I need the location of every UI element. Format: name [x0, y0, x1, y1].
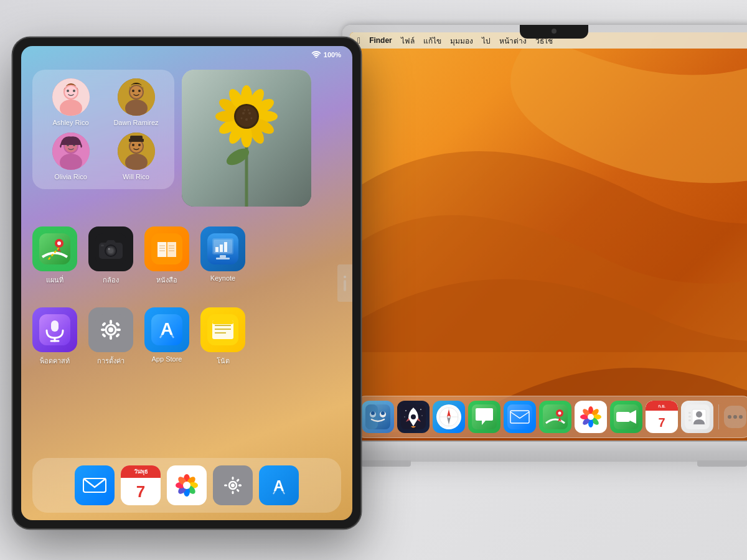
contact-name-will: Will Rico	[123, 173, 149, 180]
photo-widget[interactable]	[182, 70, 311, 207]
ipad-dock: วันพุธ 7	[32, 458, 341, 513]
app-books[interactable]: หนังสือ	[144, 226, 189, 286]
settings-icon-svg	[95, 314, 126, 345]
menubar-go[interactable]: ไป	[482, 35, 491, 47]
notes-icon	[200, 307, 245, 352]
app-notes[interactable]: โน้ต	[200, 307, 245, 366]
ipad-status-bar: 100%	[21, 46, 352, 63]
svg-point-45	[248, 112, 251, 114]
dock-appstore-icon[interactable]: A	[259, 465, 299, 505]
app-settings[interactable]: การตั้งค่า	[88, 307, 133, 366]
svg-point-131	[371, 411, 375, 415]
svg-point-11	[132, 90, 134, 92]
dock-maps-mac[interactable]	[539, 401, 571, 433]
dock-more[interactable]	[724, 406, 746, 428]
svg-point-46	[245, 118, 248, 121]
dock-messages[interactable]	[468, 401, 500, 433]
dock-settings-icon[interactable]	[213, 465, 253, 505]
svg-rect-170	[688, 419, 691, 421]
avatar-ashley	[52, 78, 90, 116]
svg-point-116	[231, 483, 235, 487]
podcasts-icon-svg	[39, 314, 70, 345]
dock-safari[interactable]	[433, 401, 465, 433]
app-maps[interactable]: แผนที่	[32, 226, 77, 286]
svg-point-153	[558, 412, 561, 415]
svg-rect-123	[236, 488, 240, 492]
contact-name-olivia: Olivia Rico	[54, 173, 87, 180]
appstore-icon-svg: A	[151, 314, 182, 345]
contacts-widget[interactable]: Ashley Rico	[32, 70, 174, 189]
app-row-2: พ็อดคาสท์	[32, 307, 245, 366]
svg-point-0	[315, 57, 317, 58]
battery-indicator: 100%	[324, 51, 341, 58]
svg-point-137	[420, 409, 421, 410]
macos-wallpaper	[350, 32, 747, 442]
books-icon-svg	[151, 233, 182, 264]
svg-point-174	[733, 415, 737, 419]
camera-icon	[88, 226, 133, 271]
svg-rect-88	[101, 329, 105, 331]
app-camera[interactable]: กล้อง	[88, 226, 133, 286]
dock-divider	[718, 404, 719, 429]
messages-icon-svg	[472, 404, 497, 429]
dock-finder[interactable]	[362, 401, 394, 433]
svg-rect-52	[39, 233, 70, 264]
app-label-settings: การตั้งค่า	[97, 355, 125, 366]
avatar-will	[118, 133, 155, 170]
photos-icon-svg	[173, 472, 200, 499]
svg-rect-168	[688, 412, 691, 414]
dock-contacts[interactable]	[681, 401, 713, 433]
contact-name-dawn: Dawn Ramirez	[113, 119, 158, 126]
dock-facetime[interactable]	[610, 401, 642, 433]
dock-settings-svg	[221, 474, 245, 497]
contacts-icon-svg	[685, 404, 710, 429]
macbook-bezel:  Finder ไฟล์ แก้ไข มุมมอง ไป หน้าต่าง ว…	[342, 25, 747, 442]
svg-rect-165	[616, 412, 630, 422]
finder-icon-svg	[365, 404, 390, 429]
app-label-maps: แผนที่	[46, 274, 63, 286]
calendar-header: วันพุธ	[121, 465, 161, 478]
svg-point-5	[67, 90, 69, 92]
wallpaper-svg	[350, 32, 747, 442]
app-podcasts[interactable]: พ็อดคาสท์	[32, 307, 77, 366]
books-icon	[144, 226, 189, 271]
keynote-icon-svg	[207, 233, 238, 264]
svg-point-135	[411, 414, 416, 419]
macbook-screen:  Finder ไฟล์ แก้ไข มุมมอง ไป หน้าต่าง ว…	[350, 32, 747, 442]
dock-calendar-mac[interactable]: ก.ย. 7	[646, 401, 678, 433]
menubar-view[interactable]: มุมมอง	[450, 35, 473, 47]
dock-launchpad[interactable]	[397, 401, 430, 433]
svg-rect-76	[224, 242, 227, 252]
menubar-file[interactable]: ไฟล์	[401, 35, 415, 47]
app-appstore[interactable]: A App Store	[144, 307, 189, 363]
svg-rect-169	[688, 416, 691, 418]
svg-point-138	[404, 416, 405, 418]
svg-point-133	[381, 411, 385, 415]
macbook-device:  Finder ไฟล์ แก้ไข มุมมอง ไป หน้าต่าง ว…	[342, 25, 747, 560]
contact-ashley[interactable]: Ashley Rico	[41, 78, 100, 126]
cal-mac-date-area: 7	[646, 413, 678, 431]
dock-calendar-icon[interactable]: วันพุธ 7	[121, 465, 161, 505]
contact-dawn[interactable]: Dawn Ramirez	[106, 78, 166, 126]
contact-will[interactable]: Will Rico	[106, 133, 166, 180]
dock-mail-icon[interactable]	[75, 465, 115, 505]
dock-photos-mac[interactable]	[575, 401, 607, 433]
contact-name-ashley: Ashley Rico	[52, 119, 88, 126]
svg-rect-26	[130, 136, 143, 140]
avatar-dawn	[118, 78, 155, 116]
svg-rect-122	[238, 485, 242, 487]
dock-mail-mac[interactable]	[504, 401, 536, 433]
menubar-finder[interactable]: Finder	[369, 36, 392, 45]
dock-photos-icon[interactable]	[167, 465, 207, 505]
menubar-edit[interactable]: แก้ไข	[423, 35, 441, 47]
cal-mac-date-number: 7	[658, 416, 665, 429]
camera-icon-svg	[95, 233, 126, 264]
app-keynote[interactable]: Keynote	[200, 226, 245, 282]
svg-point-4	[65, 86, 77, 98]
calendar-date: 7	[136, 478, 145, 505]
app-label-keynote: Keynote	[210, 274, 235, 282]
svg-point-24	[138, 144, 141, 146]
svg-point-23	[132, 144, 134, 146]
contact-olivia[interactable]: Olivia Rico	[41, 133, 100, 180]
svg-point-61	[108, 248, 110, 250]
